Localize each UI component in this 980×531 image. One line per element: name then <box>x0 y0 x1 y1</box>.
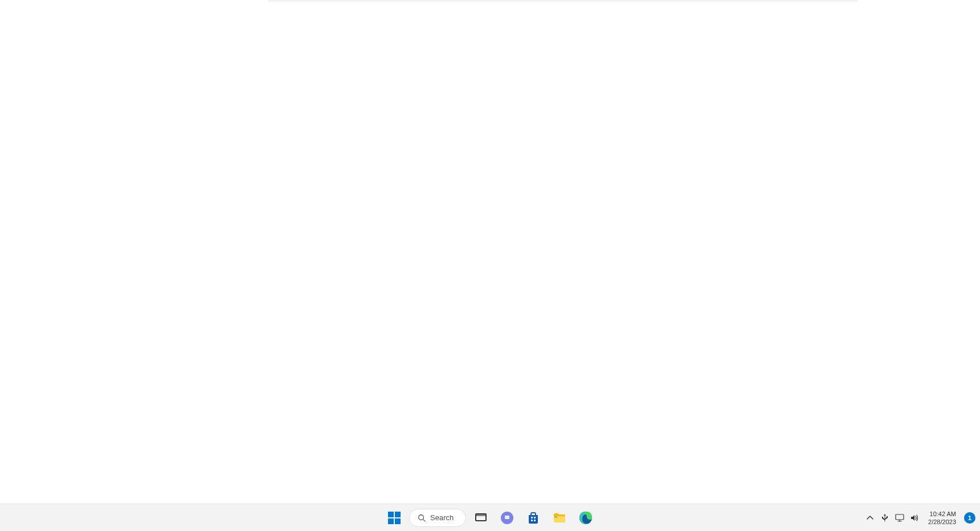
file-explorer-icon <box>553 511 566 525</box>
task-view-icon <box>474 511 488 525</box>
display-tray-button[interactable] <box>893 507 906 529</box>
svg-rect-19 <box>896 514 904 520</box>
start-button[interactable] <box>383 507 406 529</box>
clock-time: 10:42 AM <box>930 510 956 518</box>
microsoft-store-icon <box>526 511 540 525</box>
system-tray <box>863 507 921 529</box>
svg-point-12 <box>508 517 509 518</box>
volume-icon <box>910 513 919 522</box>
search-icon <box>418 514 426 522</box>
taskbar-search[interactable]: Search <box>409 509 466 527</box>
chat-button[interactable] <box>496 507 518 529</box>
svg-rect-13 <box>531 517 533 518</box>
svg-rect-8 <box>476 514 485 516</box>
taskbar: Search <box>0 504 980 531</box>
chat-icon <box>500 511 514 525</box>
edge-button[interactable] <box>574 507 597 529</box>
notification-center-button[interactable]: 1 <box>964 512 975 524</box>
svg-rect-14 <box>534 517 536 518</box>
svg-rect-0 <box>388 512 394 517</box>
task-view-button[interactable] <box>469 507 492 529</box>
svg-rect-17 <box>554 517 557 517</box>
search-label: Search <box>430 513 454 522</box>
svg-rect-2 <box>388 518 394 524</box>
svg-rect-1 <box>395 512 401 517</box>
svg-line-5 <box>423 519 426 521</box>
clock-date: 2/28/2023 <box>928 518 956 526</box>
display-icon <box>895 513 904 522</box>
windows-start-icon <box>387 511 401 525</box>
svg-rect-3 <box>395 518 401 524</box>
file-explorer-button[interactable] <box>548 507 571 529</box>
microsoft-store-button[interactable] <box>522 507 545 529</box>
svg-rect-15 <box>531 520 533 521</box>
svg-point-11 <box>505 517 507 518</box>
notification-count: 1 <box>968 514 971 521</box>
usb-icon <box>880 513 889 522</box>
chevron-up-icon <box>865 513 875 522</box>
volume-tray-button[interactable] <box>908 507 921 529</box>
show-hidden-icons-button[interactable] <box>863 507 877 529</box>
desktop-area[interactable] <box>0 0 980 504</box>
taskbar-center-group: Search <box>383 507 597 529</box>
window-title-edge <box>268 0 858 2</box>
taskbar-right-group: 10:42 AM 2/28/2023 1 <box>863 504 975 531</box>
clock-button[interactable]: 10:42 AM 2/28/2023 <box>924 507 961 529</box>
edge-icon <box>579 511 593 525</box>
usb-tray-button[interactable] <box>878 507 892 529</box>
svg-rect-16 <box>534 520 536 521</box>
